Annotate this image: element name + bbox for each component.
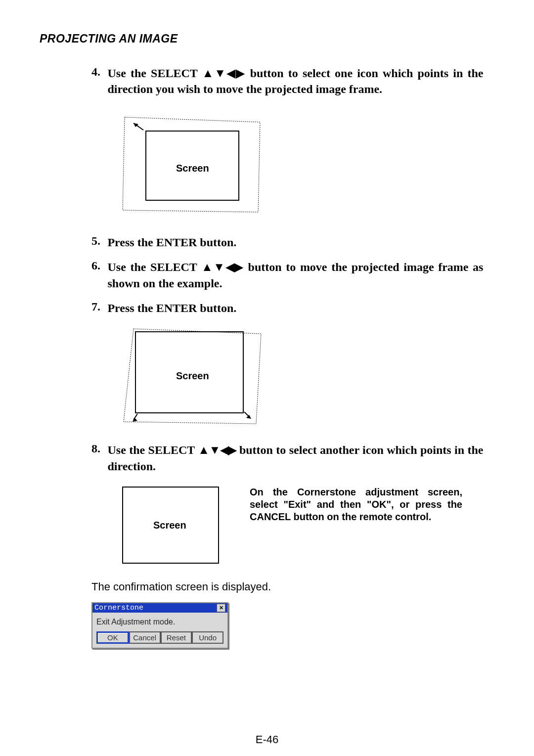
confirmation-text: The confirmation screen is displayed. [91, 580, 494, 593]
step-6: 6. Use the SELECT ▲▼◀▶ button to move th… [91, 259, 494, 291]
arrow-icons: ▲▼◀▶ [202, 66, 245, 80]
manual-page: PROJECTING AN IMAGE 4. Use the SELECT ▲▼… [0, 0, 534, 756]
step-5: 5. Press the ENTER button. [91, 234, 494, 250]
step-number: 8. [91, 442, 105, 455]
ok-button[interactable]: OK [96, 631, 129, 644]
step-number: 4. [91, 65, 105, 79]
dialog-button-row: OK Cancel Reset Undo [92, 629, 227, 648]
close-icon[interactable]: ✕ [217, 604, 225, 612]
step-text-pre: Use the SELECT [107, 444, 198, 456]
svg-marker-8 [133, 418, 137, 422]
dialog-titlebar: Cornerstone ✕ [92, 603, 227, 613]
adjustment-note: On the Cornerstone adjustment screen, se… [250, 483, 462, 523]
cornerstone-diagram-1: ​ Screen [119, 112, 494, 234]
undo-button[interactable]: Undo [192, 631, 223, 644]
step-number: 5. [91, 234, 105, 248]
cancel-button[interactable]: Cancel [129, 631, 161, 644]
step-text: Use the SELECT ▲▼◀▶ button to select ano… [107, 442, 483, 474]
step-text-pre: Use the SELECT [107, 261, 201, 273]
section-header: PROJECTING AN IMAGE [40, 32, 494, 45]
step-number: 6. [91, 259, 105, 272]
cornerstone-diagram-3: Screen [119, 483, 222, 566]
dialog-title: Cornerstone [94, 604, 217, 612]
svg-marker-10 [246, 415, 251, 419]
arrow-icons: ▲▼◀▶ [201, 260, 244, 273]
step-8: 8. Use the SELECT ▲▼◀▶ button to select … [91, 442, 494, 474]
arrow-icons: ▲▼◀▶ [198, 443, 236, 456]
cornerstone-diagram-2: Screen [119, 325, 494, 442]
page-number: E-46 [0, 733, 534, 746]
dialog-body-text: Exit Adjustment mode. [92, 613, 227, 629]
cornerstone-dialog: Cornerstone ✕ Exit Adjustment mode. OK C… [91, 602, 228, 649]
diagram-note-row: Screen On the Cornerstone adjustment scr… [119, 483, 494, 566]
screen-label: Screen [176, 370, 216, 382]
step-text: Use the SELECT ▲▼◀▶ button to select one… [107, 65, 483, 97]
step-text: Press the ENTER button. [107, 234, 483, 250]
step-text: Press the ENTER button. [107, 300, 483, 316]
screen-label: Screen [176, 163, 216, 174]
step-text-pre: Use the SELECT [107, 67, 202, 80]
step-text: Use the SELECT ▲▼◀▶ button to move the p… [107, 259, 483, 291]
step-list: 4. Use the SELECT ▲▼◀▶ button to select … [40, 65, 494, 649]
step-4: 4. Use the SELECT ▲▼◀▶ button to select … [91, 65, 494, 97]
step-number: 7. [91, 300, 105, 313]
screen-label: Screen [153, 520, 193, 531]
step-7: 7. Press the ENTER button. [91, 300, 494, 316]
reset-button[interactable]: Reset [161, 631, 192, 644]
